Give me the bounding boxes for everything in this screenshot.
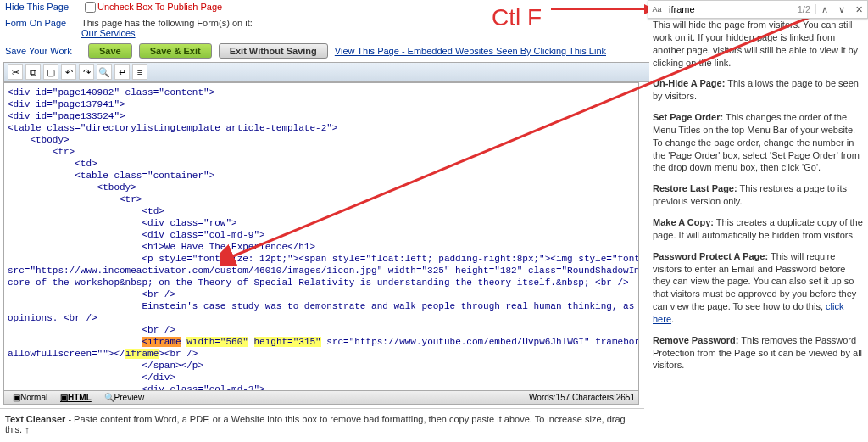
code-editor: <div id="page140982" class="content"> <d… <box>3 82 639 405</box>
form-on-page-link[interactable]: Form On Page <box>5 18 81 38</box>
find-icon[interactable]: 🔍 <box>97 64 112 80</box>
find-close-icon[interactable]: ✕ <box>850 4 867 15</box>
save-exit-button[interactable]: Save & Exit <box>139 43 212 59</box>
wrap-icon[interactable]: ↵ <box>114 64 130 80</box>
find-match-icon[interactable]: Aa <box>648 5 665 14</box>
save-button[interactable]: Save <box>88 43 132 59</box>
highlight-height: height="315" <box>254 337 321 347</box>
paste-icon[interactable]: ▢ <box>43 64 58 80</box>
text-cleanser: Text Cleanser - Paste content from Word,… <box>0 408 644 439</box>
find-prev-icon[interactable]: ∧ <box>816 4 833 15</box>
our-services-link[interactable]: Our Services <box>81 28 136 38</box>
uncheck-label: Uncheck Box To Publish Page <box>97 2 222 14</box>
exit-button[interactable]: Exit Without Saving <box>219 43 328 59</box>
tab-preview[interactable]: 🔍Preview <box>99 392 150 403</box>
form-text: This page has the following Form(s) on i… <box>81 18 253 28</box>
help-panel: This will hide the page from visitors. Y… <box>649 17 868 382</box>
hide-page-link[interactable]: Hide This Page <box>5 2 81 14</box>
publish-checkbox[interactable] <box>85 2 96 13</box>
editor-stats: Words:157 Characters:2651 <box>529 393 635 402</box>
highlight-iframe-open: <iframe <box>142 337 181 347</box>
find-input[interactable] <box>665 3 793 16</box>
copy-icon[interactable]: ⧉ <box>25 64 41 80</box>
save-work-link[interactable]: Save Your Work <box>5 46 81 56</box>
redo-icon[interactable]: ↷ <box>79 64 94 80</box>
view-page-link[interactable]: View This Page - Embedded Websites Seen … <box>335 46 606 56</box>
undo-icon[interactable]: ↶ <box>61 64 76 80</box>
find-bar: Aa 1/2 ∧ ∨ ✕ <box>648 0 868 19</box>
tab-normal[interactable]: ▣Normal <box>8 392 53 403</box>
highlight-width: width="560" <box>186 337 248 347</box>
find-count: 1/2 <box>793 4 816 14</box>
format-icon[interactable]: ≡ <box>132 64 147 80</box>
tab-html[interactable]: ▣HTML <box>55 392 97 403</box>
find-next-icon[interactable]: ∨ <box>833 4 850 15</box>
code-area[interactable]: <div id="page140982" class="content"> <d… <box>4 83 638 390</box>
cut-icon[interactable]: ✂ <box>8 64 23 80</box>
highlight-iframe-close: iframe <box>125 349 159 359</box>
